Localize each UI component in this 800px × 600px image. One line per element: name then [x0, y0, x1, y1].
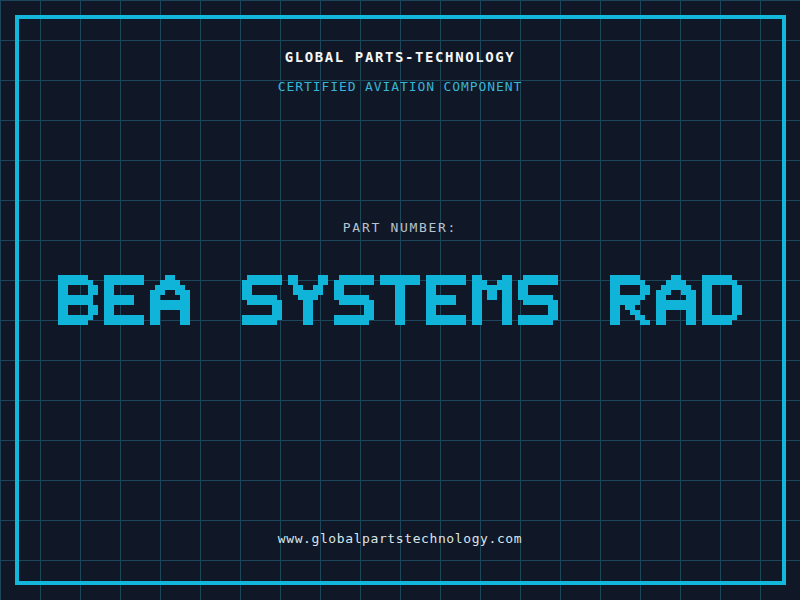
part-number-label: PART NUMBER:	[0, 220, 800, 236]
part-number-pixel-text	[58, 275, 742, 325]
part-number-display: BEA SYSTEMS RAD	[0, 275, 800, 325]
blueprint-canvas: GLOBAL PARTS-TECHNOLOGY CERTIFIED AVIATI…	[0, 0, 800, 600]
certification-label: CERTIFIED AVIATION COMPONENT	[0, 79, 800, 95]
company-name: GLOBAL PARTS-TECHNOLOGY	[0, 49, 800, 65]
website-url: www.globalpartstechnology.com	[0, 531, 800, 547]
